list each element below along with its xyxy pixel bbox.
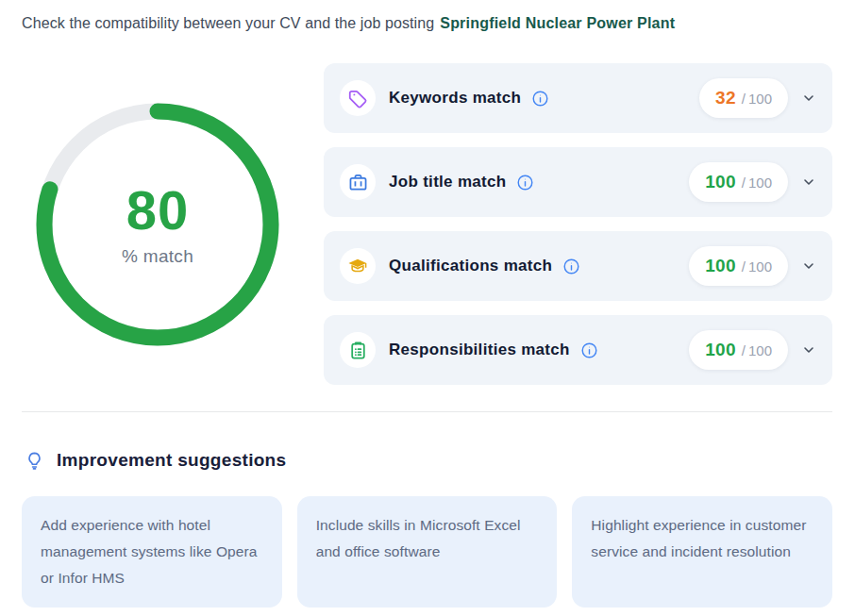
score-separator: / [742, 258, 746, 275]
info-icon[interactable] [580, 341, 598, 359]
tag-icon [340, 80, 376, 116]
info-icon[interactable] [531, 90, 549, 108]
score-value: 100 [705, 256, 736, 276]
briefcase-icon [340, 164, 376, 200]
suggestion-cards: Add experience with hotel management sys… [22, 496, 832, 608]
header-text: Check the compatibility between your CV … [22, 15, 434, 31]
suggestions-title: Improvement suggestions [57, 450, 286, 471]
match-row-keywords[interactable]: Keywords match 32 / 100 [324, 63, 832, 133]
job-posting-name: Springfield Nuclear Power Plant [440, 15, 675, 31]
gauge-center: 80 % match [35, 101, 280, 348]
score-max: 100 [748, 175, 772, 191]
main-section: 80 % match Keywords match 32 / 10 [0, 63, 855, 385]
match-row-job-title[interactable]: Job title match 100 / 100 [324, 147, 832, 217]
suggestions-header: Improvement suggestions [25, 450, 832, 471]
info-icon[interactable] [562, 258, 580, 275]
chevron-down-icon[interactable] [801, 91, 816, 106]
match-rows: Keywords match 32 / 100 [324, 63, 832, 385]
chevron-down-icon[interactable] [801, 342, 816, 358]
score-max: 100 [748, 91, 772, 107]
suggestion-card: Add experience with hotel management sys… [22, 496, 282, 608]
score-max: 100 [748, 258, 772, 275]
match-gauge: 80 % match [35, 101, 280, 348]
score-value: 100 [705, 340, 736, 360]
suggestion-card: Include skills in Microsoft Excel and of… [297, 496, 558, 608]
section-divider [22, 411, 832, 412]
lightbulb-icon [25, 451, 44, 471]
match-row-label: Job title match [389, 173, 506, 191]
match-row-qualifications[interactable]: Qualifications match 100 / 100 [324, 231, 832, 301]
chevron-down-icon[interactable] [801, 175, 816, 190]
compatibility-header: Check the compatibility between your CV … [0, 0, 855, 32]
suggestion-card: Highlight experience in customer service… [572, 496, 832, 608]
match-gauge-column: 80 % match [22, 63, 324, 385]
chevron-down-icon[interactable] [801, 258, 816, 274]
match-row-label: Responsibilities match [389, 341, 570, 359]
match-row-label: Keywords match [389, 89, 521, 108]
info-icon[interactable] [516, 174, 534, 191]
score-separator: / [742, 342, 746, 358]
match-row-label: Qualifications match [389, 257, 552, 275]
clipboard-icon [340, 332, 376, 368]
score-badge: 100 / 100 [689, 246, 788, 286]
score-value: 100 [705, 172, 736, 192]
graduation-cap-icon [340, 248, 376, 284]
score-max: 100 [748, 342, 772, 358]
score-separator: / [742, 91, 746, 107]
score-badge: 32 / 100 [699, 78, 788, 118]
gauge-caption: % match [122, 246, 193, 267]
gauge-value: 80 [126, 183, 190, 238]
match-row-responsibilities[interactable]: Responsibilities match 100 / 100 [324, 315, 832, 385]
score-badge: 100 / 100 [689, 162, 788, 202]
score-separator: / [742, 175, 746, 191]
score-badge: 100 / 100 [689, 330, 788, 370]
score-value: 32 [715, 88, 736, 108]
